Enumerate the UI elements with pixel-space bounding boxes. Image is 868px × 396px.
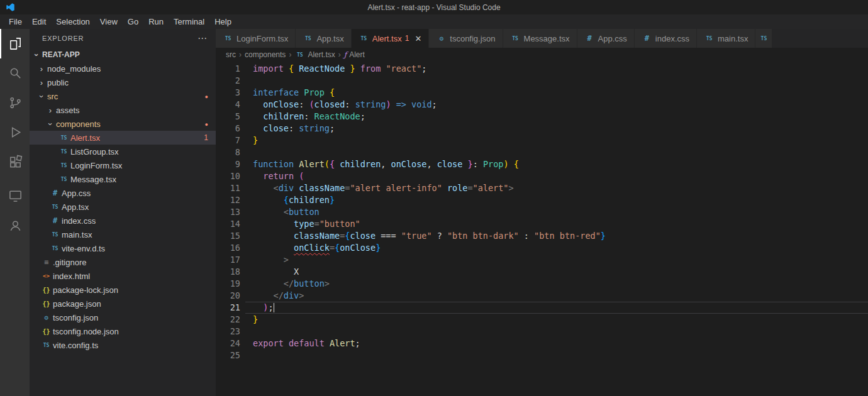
tree-item-package.json[interactable]: {}package.json	[30, 297, 216, 311]
tree-item-Alert.tsx[interactable]: TSAlert.tsx1	[30, 131, 216, 145]
menu-edit[interactable]: Edit	[27, 14, 51, 29]
tab-overflow[interactable]: TS	[755, 29, 772, 48]
account-icon[interactable]	[0, 211, 30, 240]
menu-selection[interactable]: Selection	[51, 14, 94, 29]
tree-item-node_modules[interactable]: ›node_modules	[30, 62, 216, 75]
tree-item-label: ListGroup.tsx	[70, 147, 119, 157]
explorer-icon[interactable]	[0, 29, 30, 58]
tab-index.css[interactable]: #index.css	[635, 29, 697, 48]
explorer-title: EXPLORER	[42, 35, 84, 42]
modified-dot: ●	[205, 119, 216, 128]
tab-main.tsx[interactable]: TSmain.tsx	[697, 29, 755, 48]
extensions-icon[interactable]	[0, 147, 30, 177]
code-line-21[interactable]: 21 );	[216, 302, 868, 314]
code-line-2[interactable]: 2	[216, 75, 868, 87]
ts-file-icon: TS	[704, 36, 715, 41]
tree-item-App.tsx[interactable]: TSApp.tsx	[30, 200, 216, 214]
tab-Message.tsx[interactable]: TSMessage.tsx	[503, 29, 577, 48]
code-line-content: }	[245, 135, 868, 146]
tree-item-public[interactable]: ›public	[30, 75, 216, 89]
breadcrumb-item-Alert.tsx[interactable]: TSAlert.tsx	[294, 50, 335, 59]
run-debug-icon[interactable]	[0, 118, 30, 147]
tab-Alert.tsx[interactable]: TSAlert.tsx1✕	[352, 29, 430, 48]
tree-root-reat-app[interactable]: › REAT-APP	[30, 48, 216, 62]
tab-tsconfig.json[interactable]: ⚙tsconfig.json	[429, 29, 503, 48]
code-line-22[interactable]: 22}	[216, 314, 868, 326]
tree-item-vite-env.d.ts[interactable]: TSvite-env.d.ts	[30, 241, 216, 255]
tree-item-label: App.css	[62, 189, 91, 198]
tab-problems-badge: 1	[405, 34, 409, 43]
tab-App.tsx[interactable]: TSApp.tsx	[296, 29, 351, 48]
code-line-15[interactable]: 15 className={close === "true" ? "btn bt…	[216, 230, 868, 242]
code-line-12[interactable]: 12 {children}	[216, 194, 868, 206]
code-line-4[interactable]: 4 onClose: (closed: string) => void;	[216, 99, 868, 111]
code-line-16[interactable]: 16 onClick={onClose}	[216, 242, 868, 254]
menu-view[interactable]: View	[95, 14, 123, 29]
line-number: 20	[216, 290, 245, 302]
code-line-11[interactable]: 11 <div className="alert alert-info" rol…	[216, 182, 868, 194]
line-number: 18	[216, 266, 245, 278]
tab-App.css[interactable]: #App.css	[577, 29, 635, 48]
menu-file[interactable]: File	[4, 14, 27, 29]
code-line-3[interactable]: 3interface Prop {	[216, 87, 868, 99]
tree-item-tsconfig.json[interactable]: ⚙tsconfig.json	[30, 311, 216, 324]
tree-item-App.css[interactable]: #App.css	[30, 186, 216, 200]
code-line-24[interactable]: 24export default Alert;	[216, 338, 868, 349]
line-number: 9	[216, 158, 245, 170]
code-line-6[interactable]: 6 close: string;	[216, 123, 868, 135]
tree-item-Message.tsx[interactable]: TSMessage.tsx	[30, 172, 216, 186]
ts-file-icon: TS	[58, 149, 69, 155]
code-line-7[interactable]: 7}	[216, 135, 868, 146]
code-line-1[interactable]: 1import { ReactNode } from "react";	[216, 63, 868, 75]
breadcrumb-item-Alert[interactable]: ƒAlert	[344, 50, 365, 59]
menu-run[interactable]: Run	[143, 14, 169, 29]
tree-item-assets[interactable]: ›assets	[30, 103, 216, 117]
tree-item-.gitignore[interactable]: ≡.gitignore	[30, 255, 216, 269]
tree-item-index.css[interactable]: #index.css	[30, 214, 216, 228]
tree-item-tsconfig.node.json[interactable]: {}tsconfig.node.json	[30, 324, 216, 338]
code-line-18[interactable]: 18 X	[216, 266, 868, 278]
code-line-10[interactable]: 10 return (	[216, 170, 868, 182]
code-line-14[interactable]: 14 type="button"	[216, 218, 868, 230]
breadcrumb-item-src[interactable]: src	[226, 50, 236, 59]
code-line-25[interactable]: 25	[216, 349, 868, 361]
tree-item-vite.config.ts[interactable]: TSvite.config.ts	[30, 338, 216, 352]
source-control-icon[interactable]	[0, 88, 30, 118]
code-line-8[interactable]: 8	[216, 146, 868, 158]
tree-item-index.html[interactable]: <>index.html	[30, 269, 216, 283]
code-line-content: className={close === "true" ? "btn btn-d…	[245, 230, 868, 242]
root-folder-label: REAT-APP	[42, 50, 80, 59]
code-line-5[interactable]: 5 children: ReactNode;	[216, 111, 868, 123]
tree-item-main.tsx[interactable]: TSmain.tsx	[30, 228, 216, 241]
tab-LoginForm.tsx[interactable]: TSLoginForm.tsx	[216, 29, 296, 48]
code-line-20[interactable]: 20 </div>	[216, 290, 868, 302]
tree-item-label: main.tsx	[62, 230, 92, 239]
menu-bar: FileEditSelectionViewGoRunTerminalHelp	[0, 14, 868, 29]
breadcrumb-item-components[interactable]: components	[245, 50, 286, 59]
line-number: 12	[216, 194, 245, 206]
code-line-19[interactable]: 19 </button>	[216, 278, 868, 290]
breadcrumb-label: Alert	[349, 50, 365, 59]
close-icon[interactable]: ✕	[415, 34, 421, 43]
menu-help[interactable]: Help	[209, 14, 236, 29]
code-editor[interactable]: 1import { ReactNode } from "react";23int…	[216, 62, 868, 396]
remote-explorer-icon[interactable]	[0, 181, 30, 211]
menu-go[interactable]: Go	[123, 14, 143, 29]
tree-item-src[interactable]: ›src●	[30, 89, 216, 103]
explorer-actions-button[interactable]: ⋯	[198, 33, 207, 44]
tree-item-package-lock.json[interactable]: {}package-lock.json	[30, 283, 216, 297]
menu-terminal[interactable]: Terminal	[169, 14, 209, 29]
ts-file-icon: TS	[359, 36, 369, 41]
tree-item-label: components	[56, 119, 101, 129]
code-line-13[interactable]: 13 <button	[216, 206, 868, 218]
code-line-9[interactable]: 9function Alert({ children, onClose, clo…	[216, 158, 868, 170]
search-icon[interactable]	[0, 58, 30, 88]
tree-item-components[interactable]: ›components●	[30, 117, 216, 131]
tree-item-ListGroup.tsx[interactable]: TSListGroup.tsx	[30, 145, 216, 158]
code-line-17[interactable]: 17 >	[216, 254, 868, 266]
ts-file-icon: TS	[58, 163, 69, 168]
tree-item-label: assets	[56, 106, 80, 115]
code-line-23[interactable]: 23	[216, 326, 868, 338]
tree-item-LoginForm.tsx[interactable]: TSLoginForm.tsx	[30, 158, 216, 172]
code-line-content: {children}	[245, 194, 868, 206]
